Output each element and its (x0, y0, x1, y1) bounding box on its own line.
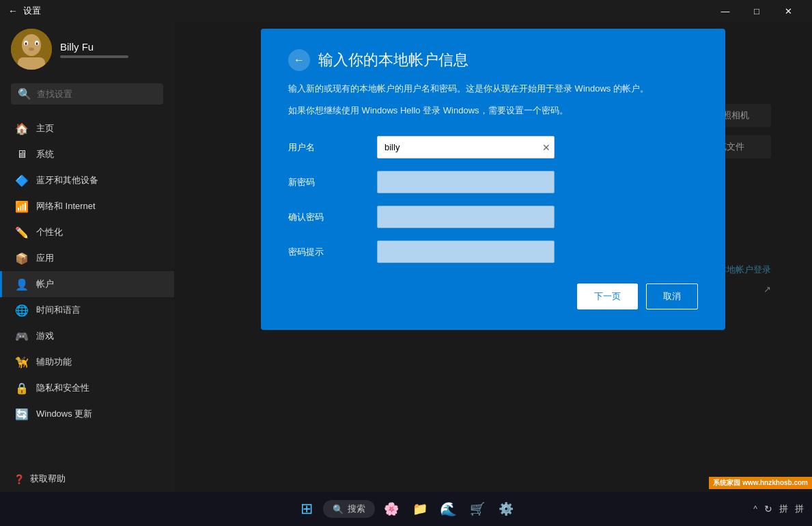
confirm-password-row: 确认密码 (288, 206, 698, 228)
password-hint-row: 密码提示 (288, 240, 698, 263)
nav-label-bluetooth: 蓝牙和其他设备 (36, 174, 98, 186)
profile-progress-bar (60, 55, 128, 58)
main-area: 打开照相机 浏览文件 改用本地帐户登录 ↗ ← 输入你的本地帐户信息 输入新的或… (174, 22, 812, 492)
password-hint-input[interactable] (377, 240, 555, 263)
confirm-password-label: 确认密码 (288, 211, 377, 223)
nav-icon-network: 📶 (16, 200, 28, 212)
sidebar-item-gaming[interactable]: 🎮 游戏 (0, 323, 174, 349)
new-password-label: 新密码 (288, 176, 377, 189)
title-bar-title: 设置 (23, 5, 41, 17)
nav-label-apps: 应用 (36, 252, 54, 264)
svg-point-5 (36, 42, 38, 45)
nav-icon-gaming: 🎮 (16, 330, 28, 342)
nav-icon-home: 🏠 (16, 122, 28, 135)
nav-label-accessibility: 辅助功能 (36, 356, 72, 368)
username-label: 用户名 (288, 141, 377, 154)
get-help-label: 获取帮助 (30, 473, 66, 485)
taskbar-store-button[interactable]: 🛒 (465, 497, 490, 521)
sidebar-item-home[interactable]: 🏠 主页 (0, 115, 174, 141)
sidebar-item-apps[interactable]: 📦 应用 (0, 245, 174, 271)
taskbar-widget-button[interactable]: 🌸 (379, 497, 404, 521)
dialog-overlay: ← 输入你的本地帐户信息 输入新的或现有的本地帐户的用户名和密码。这是你从现在开… (174, 22, 812, 492)
search-icon: 🔍 (18, 87, 31, 100)
dialog-description-1: 输入新的或现有的本地帐户的用户名和密码。这是你从现在开始用于登录 Windows… (288, 82, 698, 96)
username-clear-button[interactable]: ✕ (542, 142, 550, 153)
svg-point-6 (29, 48, 34, 51)
username-input[interactable] (377, 136, 555, 158)
next-button[interactable]: 下一页 (577, 283, 638, 309)
username-row: 用户名 ✕ (288, 136, 698, 158)
taskbar-files-button[interactable]: 📁 (408, 497, 432, 521)
nav-label-system: 系统 (36, 148, 54, 161)
taskbar-search-text: 搜索 (348, 503, 365, 515)
sidebar-item-personalize[interactable]: ✏️ 个性化 (0, 219, 174, 245)
nav-label-privacy: 隐私和安全性 (36, 382, 89, 394)
taskbar-rotate-icon: ↻ (764, 503, 772, 514)
title-bar-controls: — □ ✕ (710, 0, 804, 22)
taskbar-language-indicator: 拼 (779, 503, 788, 515)
taskbar-separator (0, 490, 812, 492)
nav-list: 🏠 主页 🖥 系统 🔷 蓝牙和其他设备 📶 网络和 Internet ✏️ 个性… (0, 115, 174, 427)
sidebar-item-network[interactable]: 📶 网络和 Internet (0, 193, 174, 219)
dialog-header: ← 输入你的本地帐户信息 (288, 49, 698, 71)
maximize-button[interactable]: □ (741, 0, 772, 22)
nav-label-update: Windows 更新 (36, 408, 92, 420)
sidebar-item-bluetooth[interactable]: 🔷 蓝牙和其他设备 (0, 167, 174, 193)
avatar (11, 29, 52, 70)
taskbar: ⊞ 🔍 搜索 🌸 📁 🌊 🛒 ⚙️ ^ ↻ 拼 拼 (0, 492, 812, 526)
svg-point-4 (25, 42, 27, 45)
close-button[interactable]: ✕ (772, 0, 804, 22)
sidebar: Billy Fu 🔍 🏠 主页 🖥 系统 🔷 蓝牙和其他设备 📶 网络和 Int… (0, 22, 174, 492)
svg-point-1 (22, 34, 41, 56)
back-arrow-icon[interactable]: ← (8, 5, 18, 16)
search-input[interactable] (37, 89, 156, 99)
minimize-button[interactable]: — (710, 0, 741, 22)
get-help-item[interactable]: ❓ 获取帮助 (0, 466, 174, 492)
profile-info: Billy Fu (60, 41, 128, 58)
svg-rect-7 (18, 57, 45, 70)
dialog-back-button[interactable]: ← (288, 49, 310, 71)
nav-label-personalize: 个性化 (36, 226, 63, 238)
nav-icon-accounts: 👤 (16, 278, 28, 290)
nav-label-network: 网络和 Internet (36, 200, 96, 212)
dialog-footer: 下一页 取消 (288, 283, 698, 309)
taskbar-chevron-icon[interactable]: ^ (753, 504, 757, 514)
sidebar-item-time[interactable]: 🌐 时间和语言 (0, 297, 174, 323)
nav-label-time: 时间和语言 (36, 304, 81, 316)
nav-icon-personalize: ✏️ (16, 226, 28, 238)
confirm-password-input-wrap (377, 206, 555, 228)
dialog-title: 输入你的本地帐户信息 (318, 50, 468, 70)
taskbar-settings-button[interactable]: ⚙️ (494, 497, 518, 521)
nav-icon-system: 🖥 (16, 148, 28, 161)
nav-icon-privacy: 🔒 (16, 382, 28, 394)
confirm-password-input[interactable] (377, 206, 555, 228)
taskbar-windows-button[interactable]: ⊞ (294, 497, 319, 521)
sidebar-item-accessibility[interactable]: 🦮 辅助功能 (0, 349, 174, 375)
sidebar-item-privacy[interactable]: 🔒 隐私和安全性 (0, 375, 174, 401)
nav-label-home: 主页 (36, 122, 54, 135)
get-help-icon: ❓ (14, 474, 25, 484)
profile-section: Billy Fu (0, 22, 174, 83)
nav-label-gaming: 游戏 (36, 330, 54, 342)
nav-icon-bluetooth: 🔷 (16, 174, 28, 186)
taskbar-edge-button[interactable]: 🌊 (436, 497, 461, 521)
password-hint-label: 密码提示 (288, 246, 377, 258)
new-password-row: 新密码 (288, 171, 698, 193)
nav-label-accounts: 帐户 (36, 278, 54, 290)
cancel-button[interactable]: 取消 (646, 283, 698, 309)
nav-icon-apps: 📦 (16, 252, 28, 264)
password-hint-input-wrap (377, 240, 555, 263)
sidebar-item-system[interactable]: 🖥 系统 (0, 141, 174, 167)
watermark: 系统家园 www.hnzkhosb.com (709, 477, 812, 489)
profile-name: Billy Fu (60, 41, 128, 53)
new-password-input[interactable] (377, 171, 555, 193)
taskbar-right: ^ ↻ 拼 拼 (753, 503, 804, 515)
sidebar-item-update[interactable]: 🔄 Windows 更新 (0, 401, 174, 427)
taskbar-search-box[interactable]: 🔍 搜索 (323, 500, 375, 518)
sidebar-item-accounts[interactable]: 👤 帐户 (0, 271, 174, 297)
taskbar-search-icon: 🔍 (333, 504, 344, 514)
search-box[interactable]: 🔍 (11, 83, 163, 105)
username-input-wrap: ✕ (377, 136, 555, 158)
nav-icon-update: 🔄 (16, 408, 28, 420)
local-account-dialog: ← 输入你的本地帐户信息 输入新的或现有的本地帐户的用户名和密码。这是你从现在开… (261, 29, 725, 330)
